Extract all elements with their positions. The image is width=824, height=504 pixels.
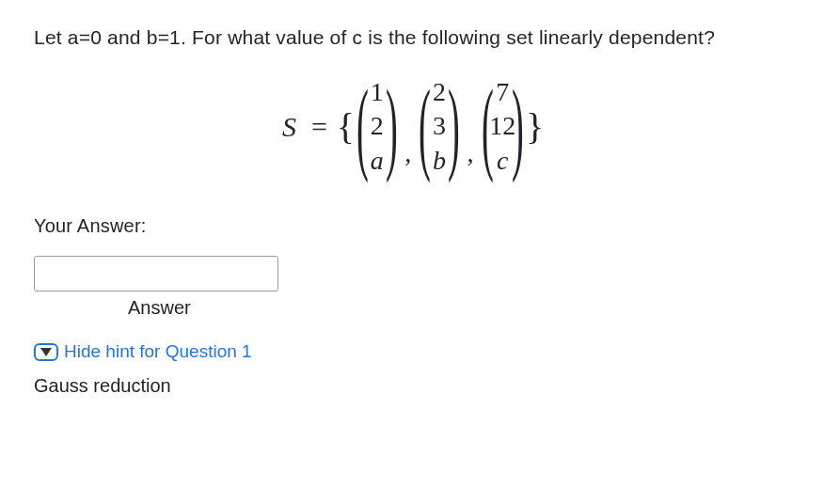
- comma-1: ,: [401, 138, 415, 168]
- vector-1: ( 1 2 a ): [360, 75, 393, 178]
- set-name: S: [282, 111, 296, 143]
- hint-toggle[interactable]: Hide hint for Question 1: [34, 341, 790, 362]
- equals-sign: =: [311, 111, 327, 143]
- question-prompt: Let a=0 and b=1. For what value of c is …: [34, 26, 790, 49]
- v2-r2: 3: [433, 109, 446, 143]
- v3-r3: c: [497, 144, 508, 178]
- vector-3: ( 7 12 c ): [485, 75, 520, 178]
- v1-r1: 1: [371, 75, 384, 109]
- comma-2: ,: [464, 138, 478, 168]
- v3-r1: 7: [496, 75, 509, 109]
- v1-r2: 2: [371, 109, 384, 143]
- equation-block: S = { ( 1 2 a ) , ( 2 3 b ) , ( 7: [34, 75, 790, 178]
- chevron-down-icon: [40, 348, 52, 356]
- close-brace: }: [526, 108, 544, 146]
- your-answer-label: Your Answer:: [34, 215, 790, 237]
- vector-2: ( 2 3 b ): [422, 75, 455, 178]
- v2-r1: 2: [433, 75, 446, 109]
- v2-r3: b: [433, 144, 446, 178]
- answer-caption: Answer: [128, 297, 790, 319]
- hint-content: Gauss reduction: [34, 375, 790, 397]
- answer-input[interactable]: [34, 256, 278, 291]
- v1-r3: a: [371, 144, 384, 178]
- hint-toggle-label: Hide hint for Question 1: [64, 341, 252, 362]
- open-brace: {: [337, 108, 355, 146]
